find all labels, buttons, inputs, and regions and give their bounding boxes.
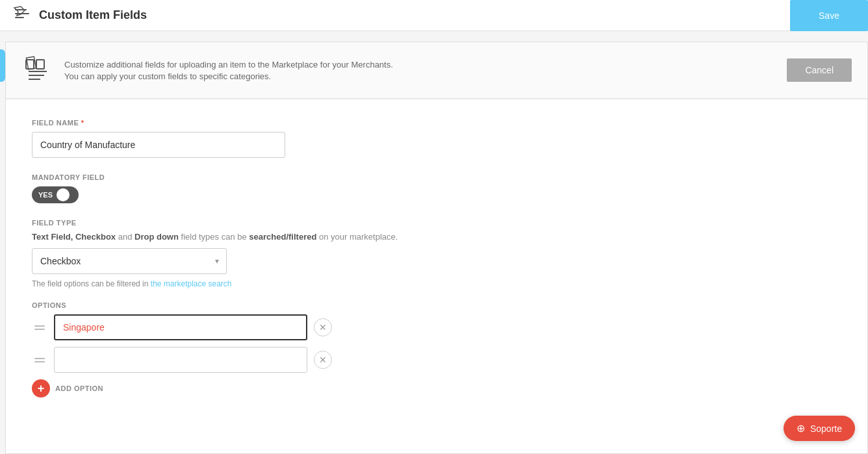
field-name-input[interactable]	[32, 132, 285, 158]
remove-option-2-button[interactable]: ✕	[314, 351, 332, 369]
options-section: OPTIONS ✕ ✕	[32, 301, 841, 397]
soporte-icon: ⊕	[797, 422, 805, 435]
svg-rect-4	[36, 60, 44, 69]
options-label: OPTIONS	[32, 301, 841, 309]
info-icon-wrap	[21, 54, 54, 86]
field-type-select[interactable]: Checkbox Text Field Drop down	[32, 248, 227, 274]
add-option-row: + ADD OPTION	[32, 379, 841, 397]
mandatory-label: MANDATORY FIELD	[32, 173, 841, 181]
desc-text: field types can be	[181, 232, 249, 242]
field-type-select-wrap: Checkbox Text Field Drop down ▾	[32, 248, 227, 274]
field-name-section: FIELD NAME *	[32, 119, 841, 158]
toggle-wrap: YES	[32, 186, 841, 203]
and-label: and	[118, 232, 134, 242]
form-area: FIELD NAME * MANDATORY FIELD YES FIELD T…	[6, 99, 867, 417]
cancel-button[interactable]: Cancel	[787, 58, 852, 82]
mandatory-toggle[interactable]: YES	[32, 186, 79, 203]
mandatory-field-section: MANDATORY FIELD YES	[32, 173, 841, 203]
field-type-desc: Text Field, Checkbox and Drop down field…	[32, 232, 841, 242]
main-content: Customize additional fields for uploadin…	[5, 42, 868, 454]
drag-handle-2[interactable]	[32, 355, 47, 365]
drag-line	[34, 329, 45, 330]
field-type-label: FIELD TYPE	[32, 219, 841, 227]
add-option-label: ADD OPTION	[55, 385, 103, 392]
soporte-label: Soporte	[810, 423, 842, 434]
sidebar-accent	[0, 49, 5, 82]
marketplace-search-link[interactable]: the marketplace search	[151, 279, 232, 288]
field-name-label: FIELD NAME *	[32, 119, 841, 127]
option-input-1[interactable]	[54, 314, 307, 340]
drag-line	[34, 361, 45, 362]
text-field-label: Text Field, Checkbox	[32, 232, 116, 242]
dropdown-label: Drop down	[134, 232, 179, 242]
save-button[interactable]: Save	[790, 0, 868, 31]
add-option-button[interactable]: +	[32, 379, 50, 397]
option-row-1: ✕	[32, 314, 841, 340]
drag-line	[34, 325, 45, 327]
drag-handle-1[interactable]	[32, 323, 47, 333]
toggle-text: YES	[38, 191, 53, 199]
drag-line	[34, 358, 45, 359]
info-bar: Customize additional fields for uploadin…	[6, 42, 867, 99]
field-type-section: FIELD TYPE Text Field, Checkbox and Drop…	[32, 219, 841, 288]
filter-note: The field options can be filtered in the…	[32, 279, 841, 288]
header: Custom Item Fields Save	[0, 0, 868, 31]
custom-fields-icon	[13, 5, 31, 26]
page-title: Custom Item Fields	[39, 8, 147, 22]
searched-filtered-label: searched/filtered	[249, 232, 316, 242]
info-text: Customize additional fields for uploadin…	[64, 60, 393, 81]
header-left: Custom Item Fields	[13, 5, 147, 26]
option-input-2[interactable]	[54, 347, 307, 373]
desc-text2: on your marketplace.	[319, 232, 398, 242]
marketplace-icon	[22, 55, 53, 86]
option-row-2: ✕	[32, 347, 841, 373]
remove-option-1-button[interactable]: ✕	[314, 318, 332, 336]
info-bar-left: Customize additional fields for uploadin…	[21, 54, 393, 86]
required-star: *	[81, 119, 84, 127]
soporte-button[interactable]: ⊕ Soporte	[784, 416, 855, 441]
toggle-knob	[57, 188, 70, 201]
